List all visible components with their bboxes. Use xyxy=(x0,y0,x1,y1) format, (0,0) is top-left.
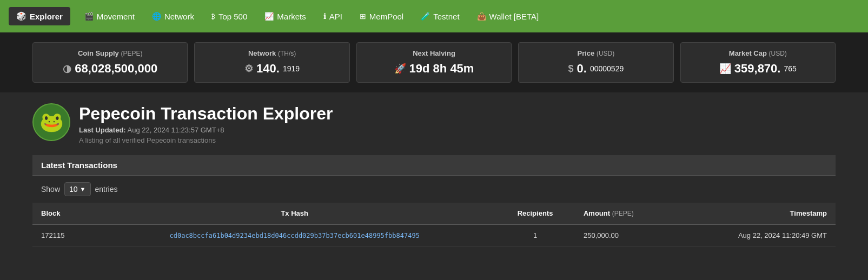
chart-icon: 📈 xyxy=(719,63,731,75)
table-controls: Show 10 ▼ entries xyxy=(32,176,836,203)
nav-item-api[interactable]: ℹ API xyxy=(316,8,350,25)
explorer-info: Pepecoin Transaction Explorer Last Updat… xyxy=(79,103,333,144)
transactions-section: Latest Transactions Show 10 ▼ entries Bl… xyxy=(32,155,836,246)
table-header-row: Block Tx Hash Recipients Amount (PEPE) T… xyxy=(32,203,836,224)
nav-item-top500[interactable]: ₿ Top 500 xyxy=(204,8,255,25)
nav-label-testnet: Testnet xyxy=(433,12,459,21)
mempool-icon: ⊞ xyxy=(360,12,366,21)
col-recipients: Recipients xyxy=(495,203,575,224)
price-title: Price (USD) xyxy=(532,49,660,57)
nav-label-api: API xyxy=(329,12,342,21)
nav-item-testnet[interactable]: 🧪 Testnet xyxy=(413,8,467,25)
cell-amount: 250,000.00 xyxy=(575,224,676,246)
entries-count: 10 xyxy=(69,185,78,194)
nav-item-wallet[interactable]: 👜 Wallet [BETA] xyxy=(469,8,547,25)
cell-timestamp: Aug 22, 2024 11:20:49 GMT xyxy=(676,224,836,246)
dollar-icon: $ xyxy=(568,63,574,75)
chevron-down-icon: ▼ xyxy=(80,186,86,192)
network-stat-title: Network (TH/s) xyxy=(208,49,336,57)
movement-icon: 🎬 xyxy=(84,12,94,21)
last-updated-value: Aug 22, 2024 11:23:57 GMT+8 xyxy=(128,126,224,134)
explorer-header: 🐸 Pepecoin Transaction Explorer Last Upd… xyxy=(32,103,836,144)
nav-item-movement[interactable]: 🎬 Movement xyxy=(77,8,142,25)
price-value: $ 0.00000529 xyxy=(532,62,660,76)
entries-label: entries xyxy=(95,185,118,194)
stat-market-cap: Market Cap (USD) 📈 359,870.765 xyxy=(680,42,836,83)
stat-price: Price (USD) $ 0.00000529 xyxy=(518,42,673,83)
top500-icon: ₿ xyxy=(211,12,215,21)
nav-item-network[interactable]: 🌐 Network xyxy=(144,8,202,25)
market-cap-value: 📈 359,870.765 xyxy=(694,62,822,76)
stat-network: Network (TH/s) ⚙ 140.1919 xyxy=(194,42,349,83)
network-stat-value: ⚙ 140.1919 xyxy=(208,62,336,76)
nav-item-markets[interactable]: 📈 Markets xyxy=(257,8,313,25)
cell-block: 172115 xyxy=(32,224,94,246)
pie-chart-icon: ◑ xyxy=(63,63,71,75)
last-updated: Last Updated: Aug 22, 2024 11:23:57 GMT+… xyxy=(79,126,333,134)
col-block: Block xyxy=(32,203,94,224)
transactions-table: Block Tx Hash Recipients Amount (PEPE) T… xyxy=(32,203,836,246)
stats-bar: Coin Supply (PEPE) ◑ 68,028,500,000 Netw… xyxy=(0,32,868,92)
nav-item-mempool[interactable]: ⊞ MemPool xyxy=(352,8,411,25)
page-title: Pepecoin Transaction Explorer xyxy=(79,103,333,124)
main-content: 🐸 Pepecoin Transaction Explorer Last Upd… xyxy=(0,92,868,252)
wallet-icon: 👜 xyxy=(477,12,486,21)
brand-logo[interactable]: 🎲 Explorer xyxy=(9,7,70,25)
nav-label-mempool: MemPool xyxy=(369,12,403,21)
market-cap-title: Market Cap (USD) xyxy=(694,49,822,57)
coin-supply-title: Coin Supply (PEPE) xyxy=(46,49,174,57)
rocket-icon: 🚀 xyxy=(394,63,406,75)
cell-recipients: 1 xyxy=(495,224,575,246)
testnet-icon: 🧪 xyxy=(421,12,430,21)
col-txhash: Tx Hash xyxy=(94,203,495,224)
section-title: Latest Transactions xyxy=(32,155,836,176)
halving-value: 🚀 19d 8h 45m xyxy=(370,62,498,76)
halving-title: Next Halving xyxy=(370,49,498,57)
nav-label-wallet: Wallet [BETA] xyxy=(489,12,539,21)
api-icon: ℹ xyxy=(323,12,326,21)
nav-label-markets: Markets xyxy=(277,12,306,21)
nav-label-movement: Movement xyxy=(97,12,135,21)
col-amount: Amount (PEPE) xyxy=(575,203,676,224)
show-label: Show xyxy=(41,185,60,194)
stat-next-halving: Next Halving 🚀 19d 8h 45m xyxy=(356,42,512,83)
brand-icon: 🎲 xyxy=(16,11,26,21)
cell-txhash: cd0ac8bccfa61b04d9234ebd18d046ccdd029b37… xyxy=(94,224,495,246)
coin-supply-value: ◑ 68,028,500,000 xyxy=(46,62,174,76)
markets-icon: 📈 xyxy=(264,12,274,21)
stat-coin-supply: Coin Supply (PEPE) ◑ 68,028,500,000 xyxy=(32,42,188,83)
pepe-logo: 🐸 xyxy=(32,103,70,141)
network-icon: 🌐 xyxy=(152,12,161,21)
entries-select[interactable]: 10 ▼ xyxy=(64,182,90,196)
explorer-subtitle: A listing of all verified Pepecoin trans… xyxy=(79,136,333,144)
gear-icon: ⚙ xyxy=(244,63,253,75)
table-row: 172115 cd0ac8bccfa61b04d9234ebd18d046ccd… xyxy=(32,224,836,246)
nav-label-top500: Top 500 xyxy=(218,12,247,21)
col-timestamp: Timestamp xyxy=(676,203,836,224)
navbar: 🎲 Explorer 🎬 Movement 🌐 Network ₿ Top 50… xyxy=(0,0,868,32)
nav-label-network: Network xyxy=(164,12,194,21)
brand-label: Explorer xyxy=(30,12,63,21)
